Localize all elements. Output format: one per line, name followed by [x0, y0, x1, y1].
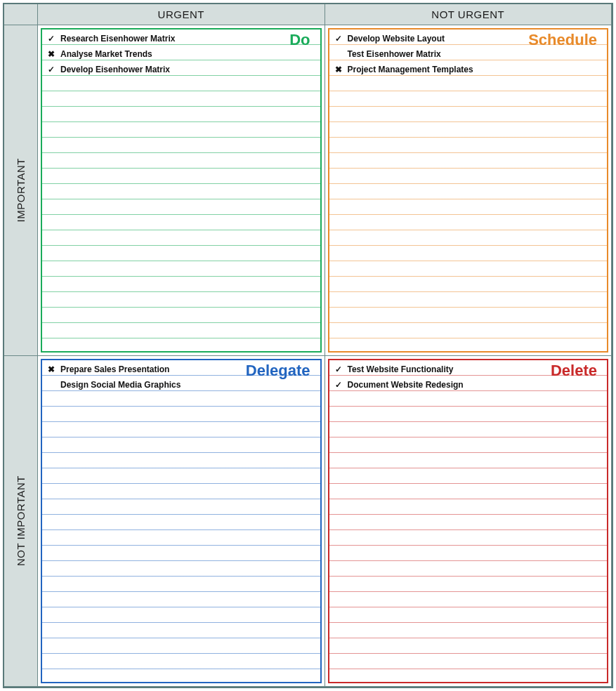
task-text: Develop Eisenhower Matrix	[60, 65, 170, 74]
x-icon: ✖	[42, 49, 60, 59]
task-row: ✓Develop Website Layout	[329, 31, 608, 46]
check-icon: ✓	[329, 34, 348, 44]
task-text: Research Eisenhower Matrix	[60, 34, 175, 44]
ruled-lines	[329, 29, 608, 351]
task-row: ✖Project Management Templates	[329, 62, 608, 77]
x-icon: ✖	[329, 65, 348, 74]
row-header-not-important: NOT IMPORTANT	[4, 356, 38, 687]
check-icon: ✓	[42, 65, 60, 74]
header-label: NOT IMPORTANT	[15, 475, 27, 566]
check-icon: ✓	[329, 380, 348, 390]
task-text: Test Eisenhower Matrix	[348, 49, 441, 59]
task-list-do: ✓Research Eisenhower Matrix✖Analyse Mark…	[42, 29, 320, 77]
check-icon: ✓	[329, 364, 348, 374]
ruled-lines	[42, 29, 320, 351]
task-row: ✓Test Website Functionality	[329, 362, 608, 377]
column-header-not-urgent: NOT URGENT	[325, 4, 612, 25]
task-list-delegate: ✖Prepare Sales PresentationDesign Social…	[42, 360, 320, 393]
task-text: Develop Website Layout	[348, 34, 445, 44]
quadrant-schedule: Schedule ✓Develop Website LayoutTest Eis…	[325, 25, 612, 356]
task-text: Document Website Redesign	[348, 380, 464, 390]
task-text: Prepare Sales Presentation	[60, 364, 169, 374]
quadrant-delete: Delete ✓Test Website Functionality✓Docum…	[325, 356, 612, 687]
task-row: ✖Analyse Market Trends	[42, 46, 320, 62]
column-header-urgent: URGENT	[38, 4, 325, 25]
task-text: Project Management Templates	[348, 65, 473, 74]
quadrant-delegate: Delegate ✖Prepare Sales PresentationDesi…	[38, 356, 325, 687]
task-list-delete: ✓Test Website Functionality✓Document Web…	[329, 360, 608, 393]
task-text: Design Social Media Graphics	[60, 380, 181, 390]
header-label: IMPORTANT	[15, 158, 27, 222]
header-label: URGENT	[158, 8, 204, 20]
header-label: NOT URGENT	[431, 8, 504, 20]
task-list-schedule: ✓Develop Website LayoutTest Eisenhower M…	[329, 29, 608, 77]
task-row: Test Eisenhower Matrix	[329, 46, 608, 62]
task-row: ✓Document Website Redesign	[329, 377, 608, 393]
corner-cell	[4, 4, 38, 25]
quadrant-do: Do ✓Research Eisenhower Matrix✖Analyse M…	[38, 25, 325, 356]
check-icon: ✓	[42, 34, 60, 44]
row-header-important: IMPORTANT	[4, 25, 38, 356]
task-row: Design Social Media Graphics	[42, 377, 320, 393]
x-icon: ✖	[42, 364, 60, 374]
task-text: Analyse Market Trends	[60, 49, 152, 59]
ruled-lines	[42, 360, 320, 682]
ruled-lines	[329, 360, 608, 682]
task-row: ✖Prepare Sales Presentation	[42, 362, 320, 377]
eisenhower-matrix: URGENT NOT URGENT IMPORTANT Do ✓Research…	[3, 3, 613, 688]
task-row: ✓Develop Eisenhower Matrix	[42, 62, 320, 77]
task-text: Test Website Functionality	[348, 364, 454, 374]
task-row: ✓Research Eisenhower Matrix	[42, 31, 320, 46]
